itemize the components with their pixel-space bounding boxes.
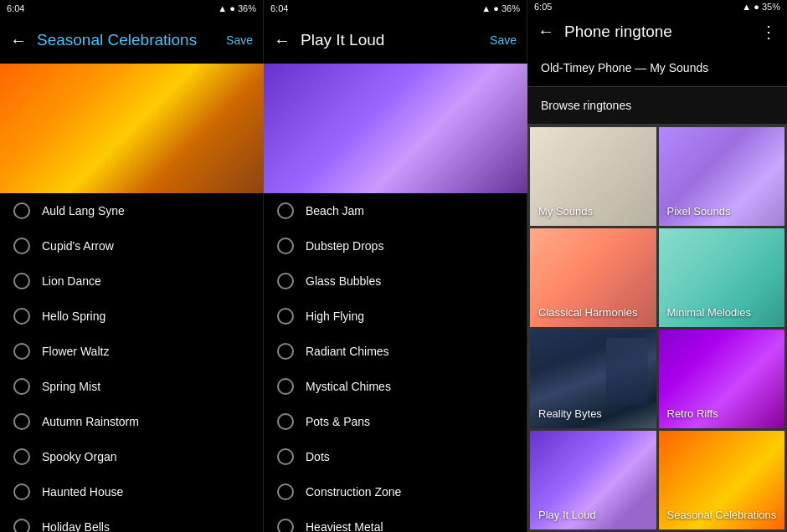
item-label: Autumn Rainstorm <box>42 415 139 428</box>
item-label: Glass Bubbles <box>306 274 381 288</box>
time-3: 6:05 <box>534 2 552 12</box>
seasonal-title: Seasonal Celebrations <box>37 31 226 49</box>
item-label: Lion Dance <box>42 274 101 288</box>
list-item[interactable]: Radiant Chimes <box>264 334 527 369</box>
back-icon-3[interactable]: ← <box>538 22 554 41</box>
item-label: Spooky Organ <box>42 450 117 463</box>
back-icon-1[interactable]: ← <box>10 31 27 50</box>
browse-ringtones-row[interactable]: Browse ringtones <box>527 87 787 125</box>
list-item[interactable]: Heaviest Metal <box>264 509 527 532</box>
radio-button[interactable] <box>13 519 30 532</box>
list-item[interactable]: Haunted House <box>0 474 263 509</box>
cell-label: Pixel Sounds <box>667 205 731 217</box>
status-icons-1: ▲ ● 36% <box>218 3 256 13</box>
statusbar-2: 6:04 ▲ ● 36% <box>264 0 527 17</box>
radio-button[interactable] <box>13 413 30 430</box>
item-label: Flower Waltz <box>42 345 109 358</box>
cell-label: Reality Bytes <box>538 407 602 420</box>
list-item[interactable]: Autumn Rainstorm <box>0 404 263 439</box>
list-item[interactable]: Spring Mist <box>0 369 263 404</box>
cell-label: Play It Loud <box>538 509 596 521</box>
list-item[interactable]: Hello Spring <box>0 299 263 334</box>
radio-button[interactable] <box>277 343 294 360</box>
list-item[interactable]: Construction Zone <box>264 474 527 509</box>
panel-phone-ringtone: 6:05 ▲ ● 35% ← Phone ringtone ⋮ Old-Time… <box>527 0 787 532</box>
radio-button[interactable] <box>277 238 294 254</box>
status-icons-3: ▲ ● 35% <box>742 2 780 12</box>
grid-cell-my-sounds[interactable]: My Sounds <box>530 127 656 226</box>
list-item[interactable]: Beach Jam <box>264 193 527 228</box>
playloud-title: Play It Loud <box>301 31 490 49</box>
radio-button[interactable] <box>13 448 30 465</box>
item-label: Spring Mist <box>42 380 100 393</box>
hero-playloud <box>264 64 527 193</box>
cell-label: Seasonal Celebrations <box>667 509 777 521</box>
grid-cell-reality-bytes[interactable]: Reality Bytes <box>530 330 656 428</box>
cell-label: Retro Riffs <box>667 407 718 420</box>
item-label: Construction Zone <box>306 485 401 499</box>
item-label: High Flying <box>306 309 364 323</box>
radio-button[interactable] <box>13 238 30 254</box>
radio-button[interactable] <box>13 378 30 395</box>
grid-cell-minimal-melodies[interactable]: Minimal Melodies <box>659 228 785 327</box>
header-playloud: ← Play It Loud Save <box>264 17 527 64</box>
time-1: 6:04 <box>7 3 24 13</box>
ringtone-title: Phone ringtone <box>564 23 760 41</box>
ringtone-grid: My SoundsPixel SoundsClassical Harmonies… <box>527 125 787 532</box>
item-label: Beach Jam <box>306 204 364 217</box>
radio-button[interactable] <box>277 483 294 500</box>
cell-label: My Sounds <box>538 205 593 217</box>
save-button-1[interactable]: Save <box>226 33 253 47</box>
radio-button[interactable] <box>277 519 294 532</box>
time-2: 6:04 <box>270 3 288 13</box>
radio-button[interactable] <box>277 202 294 219</box>
seasonal-list: Auld Lang SyneCupid's ArrowLion DanceHel… <box>0 193 263 532</box>
radio-button[interactable] <box>277 413 294 430</box>
grid-cell-retro-riffs[interactable]: Retro Riffs <box>659 330 785 428</box>
statusbar-3: 6:05 ▲ ● 35% <box>527 0 787 13</box>
hero-seasonal <box>0 64 264 193</box>
grid-cell-classical-harmonies[interactable]: Classical Harmonies <box>530 228 656 327</box>
radio-button[interactable] <box>13 483 30 500</box>
item-label: Heaviest Metal <box>306 520 383 532</box>
list-item[interactable]: Holiday Bells <box>0 509 263 532</box>
radio-button[interactable] <box>13 273 30 289</box>
panel-seasonal-celebrations: 6:04 ▲ ● 36% ← Seasonal Celebrations Sav… <box>0 0 264 532</box>
item-label: Auld Lang Syne <box>42 204 125 217</box>
radio-button[interactable] <box>277 448 294 465</box>
item-label: Haunted House <box>42 485 123 499</box>
item-label: Radiant Chimes <box>306 345 389 358</box>
list-item[interactable]: Spooky Organ <box>0 439 263 474</box>
list-item[interactable]: Dubstep Drops <box>264 228 527 263</box>
list-item[interactable]: Glass Bubbles <box>264 263 527 299</box>
radio-button[interactable] <box>13 202 30 219</box>
list-item[interactable]: Mystical Chimes <box>264 369 527 404</box>
radio-button[interactable] <box>277 378 294 395</box>
status-icons-2: ▲ ● 36% <box>481 3 520 13</box>
playloud-list: Beach JamDubstep DropsGlass BubblesHigh … <box>264 193 527 532</box>
list-item[interactable]: Auld Lang Syne <box>0 193 263 228</box>
radio-button[interactable] <box>277 308 294 325</box>
grid-cell-play-it-loud[interactable]: Play It Loud <box>530 431 656 529</box>
list-item[interactable]: Flower Waltz <box>0 334 263 369</box>
panel-play-it-loud: 6:04 ▲ ● 36% ← Play It Loud Save Beach J… <box>264 0 527 532</box>
statusbar-1: 6:04 ▲ ● 36% <box>0 0 263 17</box>
more-options-icon[interactable]: ⋮ <box>760 22 777 42</box>
list-item[interactable]: Dots <box>264 439 527 474</box>
list-item[interactable]: Pots & Pans <box>264 404 527 439</box>
item-label: Dots <box>306 450 330 463</box>
item-label: Mystical Chimes <box>306 380 391 393</box>
list-item[interactable]: Cupid's Arrow <box>0 228 263 263</box>
radio-button[interactable] <box>277 273 294 289</box>
item-label: Hello Spring <box>42 309 105 323</box>
grid-cell-pixel-sounds[interactable]: Pixel Sounds <box>659 127 785 226</box>
radio-button[interactable] <box>13 343 30 360</box>
radio-button[interactable] <box>13 308 30 325</box>
back-icon-2[interactable]: ← <box>274 31 291 50</box>
list-item[interactable]: High Flying <box>264 299 527 334</box>
item-label: Pots & Pans <box>306 415 370 428</box>
grid-cell-seasonal-celebrations[interactable]: Seasonal Celebrations <box>659 431 785 529</box>
cell-label: Classical Harmonies <box>538 306 637 319</box>
save-button-2[interactable]: Save <box>490 33 517 47</box>
list-item[interactable]: Lion Dance <box>0 263 263 299</box>
